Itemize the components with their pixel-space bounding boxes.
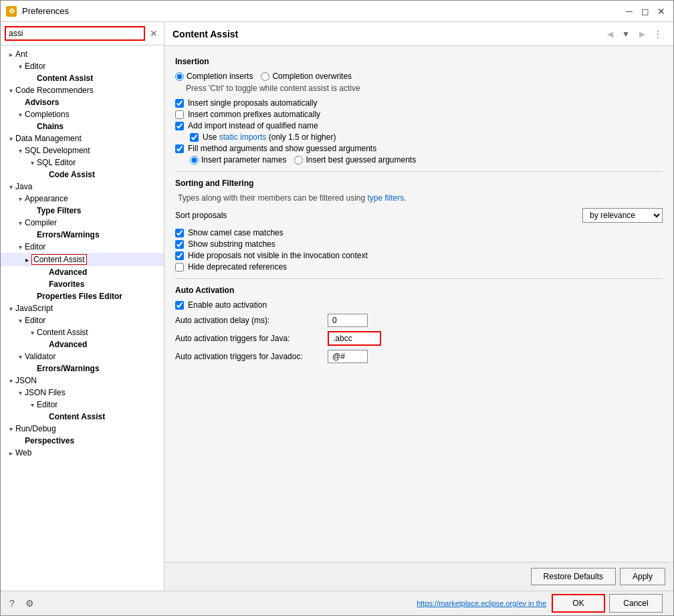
tree-arrow-jsoned[interactable]: ▾ [27, 401, 37, 409]
tree-arrow-sqled[interactable]: ▾ [27, 159, 37, 167]
maximize-button[interactable]: ◻ [639, 5, 652, 18]
sort-select[interactable]: by relevance alphabetically [582, 208, 663, 223]
use-static-checkbox[interactable] [190, 133, 199, 142]
tree-arrow-compiler[interactable]: ▾ [15, 219, 25, 227]
tree-item-advanced[interactable]: Advanced [1, 266, 164, 278]
tree-item-validator[interactable]: ▾ Validator [1, 350, 164, 363]
insert-best-radio[interactable] [294, 156, 303, 165]
hide-deprecated-checkbox[interactable] [175, 263, 184, 272]
tree-item-appearance[interactable]: ▾ Appearance [1, 193, 164, 205]
tree-item-js-editor[interactable]: ▾ Editor [1, 314, 164, 326]
tree-item-js-content-assist[interactable]: ▾ Content Assist [1, 326, 164, 338]
nav-back-button[interactable]: ◀ [602, 27, 617, 41]
add-import-checkbox[interactable] [175, 122, 184, 130]
tree-arrow-jsed[interactable]: ▾ [15, 317, 25, 324]
tree-arrow-ant[interactable]: ▸ [6, 51, 15, 58]
static-imports-link[interactable]: static imports [219, 132, 267, 142]
tree-item-compiler[interactable]: ▾ Compiler [1, 217, 164, 229]
tree-arrow-web[interactable]: ▸ [6, 449, 15, 457]
search-clear-button[interactable]: ✕ [148, 27, 160, 39]
show-substring-checkbox[interactable] [175, 240, 184, 249]
nav-more-button[interactable]: ⋮ [651, 27, 665, 41]
tree-arrow-editor[interactable]: ▾ [15, 63, 25, 70]
status-link[interactable]: https://marketplace.eclipse.org/ev in th… [41, 599, 546, 607]
fill-method-checkbox[interactable] [175, 144, 184, 153]
tree-item-web[interactable]: ▸ Web [1, 447, 164, 459]
completion-overwrites-radio[interactable] [261, 72, 269, 81]
tree-item-chains[interactable]: Chains [1, 120, 164, 132]
enable-auto-checkbox[interactable] [175, 301, 184, 310]
hide-deprecated-row: Hide deprecated references [175, 262, 663, 272]
show-camel-checkbox[interactable] [175, 229, 184, 237]
tree-item-editor[interactable]: ▾ Editor [1, 60, 164, 72]
insert-single-checkbox[interactable] [175, 99, 184, 108]
nav-dropdown-button[interactable]: ▼ [619, 27, 633, 41]
triggers-javadoc-input[interactable] [328, 350, 368, 363]
tree-arrow-ca-selected[interactable]: ▸ [22, 256, 31, 264]
tree-arrow-rd[interactable]: ▾ [6, 425, 15, 433]
tree-item-props-files-editor[interactable]: Properties Files Editor [1, 290, 164, 302]
tree-item-val-ew[interactable]: Errors/Warnings [1, 363, 164, 375]
tree-item-run-debug[interactable]: ▾ Run/Debug [1, 423, 164, 435]
tree-arrow-jsonf[interactable]: ▾ [15, 389, 25, 397]
tree-arrow-js[interactable]: ▾ [6, 305, 15, 312]
tree-item-java[interactable]: ▾ Java [1, 181, 164, 193]
tree-arrow-json[interactable]: ▾ [6, 377, 15, 385]
tree-item-json-ca[interactable]: Content Assist [1, 411, 164, 423]
restore-defaults-button[interactable]: Restore Defaults [531, 568, 616, 585]
tree-arrow-sql[interactable]: ▾ [15, 147, 25, 155]
tree-item-json[interactable]: ▾ JSON [1, 375, 164, 387]
close-button[interactable]: ✕ [655, 5, 668, 18]
preferences-icon[interactable]: ⚙ [23, 597, 35, 609]
search-area: ✕ [1, 22, 164, 45]
tree-item-content-assist-selected[interactable]: ▸ Content Assist [1, 253, 164, 266]
tree-item-favorites[interactable]: Favorites [1, 278, 164, 290]
insert-param-radio[interactable] [190, 156, 199, 165]
search-input[interactable] [5, 26, 145, 41]
tree-item-javascript[interactable]: ▾ JavaScript [1, 302, 164, 314]
tree-arrow-val[interactable]: ▾ [15, 353, 25, 361]
tree-item-java-editor[interactable]: ▾ Editor [1, 241, 164, 253]
tree-arrow-jeditor[interactable]: ▾ [15, 243, 25, 251]
tree-arrow-appearance[interactable]: ▾ [15, 195, 25, 203]
nav-forward-button[interactable]: ▶ [635, 27, 649, 41]
completion-overwrites-text: Completion overwrites [272, 72, 352, 81]
tree-item-code-recommenders[interactable]: ▾ Code Recommenders [1, 84, 164, 96]
tree-label-rd: Run/Debug [15, 424, 56, 433]
tree-arrow-java[interactable]: ▾ [6, 183, 15, 191]
left-panel: ✕ ▸ Ant ▾ Editor [1, 22, 164, 591]
tree-item-sql-editor[interactable]: ▾ SQL Editor [1, 157, 164, 169]
tree-item-data-mgmt[interactable]: ▾ Data Management [1, 132, 164, 144]
minimize-button[interactable]: ─ [623, 5, 636, 18]
apply-button[interactable]: Apply [620, 568, 665, 585]
tree-arrow-completions[interactable]: ▾ [15, 111, 25, 118]
hide-proposals-checkbox[interactable] [175, 251, 184, 260]
tree-item-sql-dev[interactable]: ▾ SQL Development [1, 144, 164, 157]
tree-item-perspectives[interactable]: Perspectives [1, 435, 164, 447]
tree-item-advisors[interactable]: Advisors [1, 96, 164, 108]
tree-item-json-files[interactable]: ▾ JSON Files [1, 387, 164, 399]
insert-common-checkbox[interactable] [175, 110, 184, 119]
tree-arrow-jsca[interactable]: ▾ [27, 329, 37, 336]
delay-input[interactable] [328, 314, 368, 327]
tree-arrow-dm[interactable]: ▾ [6, 135, 15, 142]
tree-item-ant-content-assist[interactable]: Content Assist [1, 72, 164, 84]
triggers-java-input[interactable] [328, 331, 381, 346]
completion-overwrites-label[interactable]: Completion overwrites [261, 72, 352, 81]
type-filters-link[interactable]: type filters [368, 193, 405, 203]
tree-item-completions[interactable]: ▾ Completions [1, 108, 164, 120]
help-icon[interactable]: ? [6, 597, 18, 609]
completion-inserts-label[interactable]: Completion inserts [175, 72, 253, 81]
insert-param-label[interactable]: Insert parameter names [190, 155, 286, 165]
ok-button[interactable]: OK [552, 594, 605, 613]
tree-item-code-assist[interactable]: Code Assist [1, 169, 164, 181]
tree-item-ant[interactable]: ▸ Ant [1, 48, 164, 60]
cancel-button[interactable]: Cancel [609, 594, 663, 613]
tree-item-js-advanced[interactable]: Advanced [1, 338, 164, 350]
insert-best-label[interactable]: Insert best guessed arguments [294, 155, 416, 165]
tree-item-type-filters[interactable]: Type Filters [1, 205, 164, 217]
tree-item-errors-warnings[interactable]: Errors/Warnings [1, 229, 164, 241]
completion-inserts-radio[interactable] [175, 72, 184, 81]
tree-arrow-cr[interactable]: ▾ [6, 87, 15, 94]
tree-item-json-editor[interactable]: ▾ Editor [1, 399, 164, 411]
